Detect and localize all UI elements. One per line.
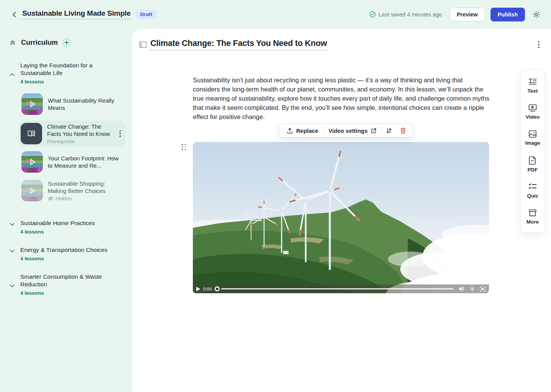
video-settings-button[interactable]: Video settings xyxy=(324,124,381,137)
section-home-practices[interactable]: Sustainable Home Practices 4 lessons xyxy=(9,219,125,235)
chevron-down-icon[interactable] xyxy=(9,283,15,296)
trash-icon xyxy=(400,127,406,134)
section-title: Smarter Consumption & Waste Reduction xyxy=(20,273,111,288)
status-badge: Draft xyxy=(136,10,156,19)
replace-button[interactable]: Replace xyxy=(282,124,323,137)
double-chevron-up-icon xyxy=(9,39,16,46)
reorder-button[interactable] xyxy=(382,124,396,137)
check-circle-icon xyxy=(369,11,376,18)
chevron-up-icon[interactable] xyxy=(9,72,15,85)
preview-button[interactable]: Preview xyxy=(450,8,485,21)
fullscreen-icon[interactable] xyxy=(480,286,486,292)
gear-icon xyxy=(532,10,541,19)
video-right-controls xyxy=(459,286,486,292)
back-button[interactable] xyxy=(9,10,19,20)
play-icon xyxy=(21,180,43,201)
add-curriculum-button[interactable] xyxy=(62,38,71,47)
video-thumbnail xyxy=(21,180,43,201)
course-title[interactable]: Sustainable Living Made Simple xyxy=(22,9,130,20)
add-image-block-button[interactable]: Image xyxy=(525,130,540,146)
play-icon xyxy=(21,93,43,115)
section-energy-transportation[interactable]: Energy & Transportation Choices 4 lesson… xyxy=(9,246,125,261)
section-lesson-count: 4 lessons xyxy=(20,79,111,85)
delete-block-button[interactable] xyxy=(396,124,410,137)
eye-off-icon xyxy=(48,196,54,201)
video-scrubber-handle[interactable] xyxy=(215,286,220,291)
lesson-what-sustainability[interactable]: What Sustainability Really Means xyxy=(21,93,126,115)
external-link-icon xyxy=(371,128,377,134)
swap-arrows-icon xyxy=(386,127,392,134)
plus-circle-icon xyxy=(62,38,71,47)
lesson-kebab-menu[interactable] xyxy=(536,40,541,50)
topbar-actions: Last saved 4 minutes ago Preview Publish xyxy=(369,8,542,21)
section-text: Smarter Consumption & Waste Reduction 4 … xyxy=(20,273,111,296)
video-scene-wind-turbines xyxy=(193,142,489,293)
lesson-intro-paragraph[interactable]: Sustainability isn’t just about recyclin… xyxy=(193,75,491,121)
section-title: Energy & Transportation Choices xyxy=(20,246,107,254)
video-progress-track[interactable] xyxy=(221,288,453,289)
section-text: Sustainable Home Practices 4 lessons xyxy=(20,219,95,235)
section-lesson-count: 4 lessons xyxy=(20,290,111,296)
section-text: Energy & Transportation Choices 4 lesson… xyxy=(20,246,107,261)
last-saved-status: Last saved 4 minutes ago xyxy=(369,11,442,18)
curriculum-title: Curriculum xyxy=(21,39,58,47)
block-palette: Text Video Image PDF Quiz More xyxy=(520,69,545,233)
section-smarter-consumption[interactable]: Smarter Consumption & Waste Reduction 4 … xyxy=(9,273,125,296)
more-blocks-button[interactable]: More xyxy=(527,209,539,225)
settings-button[interactable] xyxy=(531,9,542,20)
image-block-icon xyxy=(528,130,537,138)
play-button[interactable] xyxy=(196,287,200,291)
lesson-title: What Sustainability Really Means xyxy=(48,97,116,111)
lesson-header: Climate Change: The Facts You Need to Kn… xyxy=(139,39,541,51)
lesson-badge: Prerequisite xyxy=(47,139,113,144)
lesson-climate-change-selected[interactable]: Climate Change: The Facts You Need to Kn… xyxy=(18,121,126,147)
palette-label: Quiz xyxy=(527,193,538,199)
section-laying-the-foundation[interactable]: Laying the Foundation for a Sustainable … xyxy=(9,62,125,85)
topbar: Sustainable Living Made Simple Draft Las… xyxy=(0,0,551,29)
upload-icon xyxy=(287,127,293,134)
chevron-down-icon[interactable] xyxy=(9,248,15,261)
lesson-title: Your Carbon Footprint: How to Measure an… xyxy=(48,155,120,169)
volume-icon[interactable] xyxy=(459,286,465,291)
block-drag-handle[interactable] xyxy=(182,144,187,150)
curriculum-header: Curriculum xyxy=(9,38,124,47)
add-video-block-button[interactable]: Video xyxy=(526,104,540,120)
add-quiz-block-button[interactable]: Quiz xyxy=(527,183,538,199)
lesson-editor: Climate Change: The Facts You Need to Kn… xyxy=(132,29,551,392)
more-block-icon xyxy=(528,209,537,217)
pdf-block-icon xyxy=(528,156,537,165)
video-thumbnail xyxy=(21,151,43,173)
lesson-badge-text: Hidden xyxy=(55,196,72,201)
chevron-down-icon[interactable] xyxy=(9,221,15,235)
palette-label: Text xyxy=(528,88,538,94)
lesson-carbon-footprint[interactable]: Your Carbon Footprint: How to Measure an… xyxy=(21,151,126,173)
add-text-block-button[interactable]: Text xyxy=(528,78,538,94)
video-settings-gear-icon[interactable] xyxy=(469,286,475,292)
last-saved-text: Last saved 4 minutes ago xyxy=(379,11,442,18)
palette-label: Image xyxy=(525,140,540,146)
lesson-title: Sustainable Shopping: Making Better Choi… xyxy=(48,180,120,194)
chevron-left-icon xyxy=(11,11,17,18)
video-controls-bar: 0:00 xyxy=(193,284,489,293)
add-pdf-block-button[interactable]: PDF xyxy=(528,156,538,173)
lesson-video-player[interactable]: 0:00 xyxy=(193,142,489,293)
sidebar-toggle-button[interactable] xyxy=(139,41,147,49)
palette-label: Video xyxy=(526,114,540,120)
lesson-page-title[interactable]: Climate Change: The Facts You Need to Kn… xyxy=(150,39,327,51)
replace-label: Replace xyxy=(296,127,318,134)
curriculum-sidebar: Curriculum Laying the Foundation for a S… xyxy=(0,29,132,392)
lesson-kebab-menu[interactable] xyxy=(118,129,122,139)
collapse-all-button[interactable] xyxy=(9,39,16,46)
section-lesson-count: 4 lessons xyxy=(20,229,95,235)
lesson-hidden-badge: Hidden xyxy=(48,196,120,201)
quiz-block-icon xyxy=(528,183,537,191)
publish-button[interactable]: Publish xyxy=(491,8,525,21)
lesson-sustainable-shopping[interactable]: Sustainable Shopping: Making Better Choi… xyxy=(21,180,126,201)
section-text: Laying the Foundation for a Sustainable … xyxy=(20,62,111,85)
palette-label: PDF xyxy=(528,167,538,173)
section-title: Sustainable Home Practices xyxy=(20,219,95,227)
video-block-toolbar: Replace Video settings xyxy=(279,124,413,137)
video-thumbnail xyxy=(21,93,43,115)
play-icon xyxy=(21,151,43,173)
video-block-icon xyxy=(528,104,537,112)
